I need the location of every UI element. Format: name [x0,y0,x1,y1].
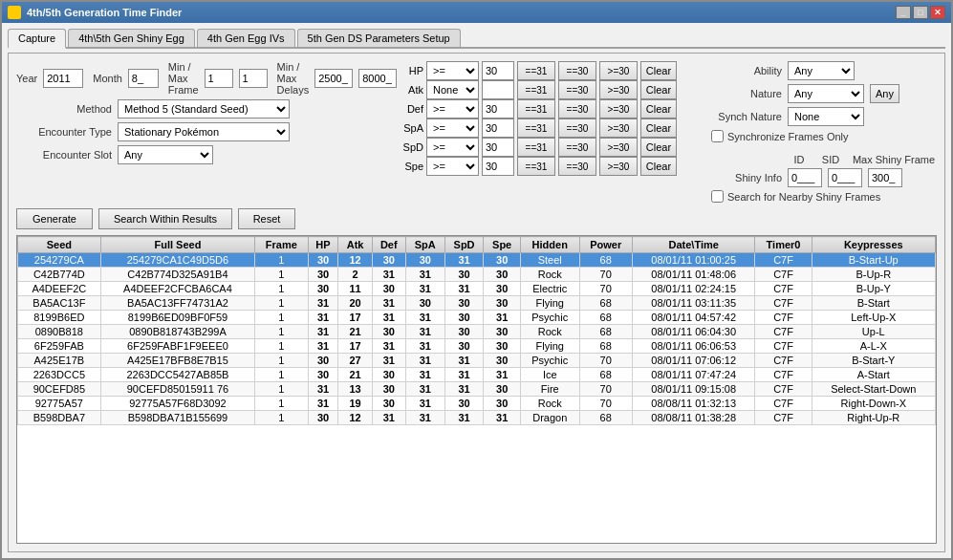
table-cell: 31 [444,411,484,425]
stat-eq-btn-spa[interactable]: ==31 [517,118,555,138]
method-select[interactable]: Method 5 (Standard Seed) [118,99,290,118]
stat-op-spe[interactable]: >= [426,157,479,176]
stat-eq-btn-spd[interactable]: ==31 [517,138,555,157]
table-row[interactable]: 90CEFD8590CEFD85015911 761311330313130Fi… [18,382,936,397]
encounter-slot-select[interactable]: Any [118,145,213,164]
stat-op-spa[interactable]: >= [426,118,479,138]
stat-val-def[interactable] [482,99,514,118]
tab-ds-params[interactable]: 5th Gen DS Parameters Setup [297,29,461,47]
table-row[interactable]: 6F259FAB6F259FABF1F9EEE01311731313030Fly… [18,339,936,354]
col-header-atk: Atk [338,237,372,253]
stat-val-hp[interactable] [482,61,514,80]
table-cell: Right-Down-X [812,397,935,411]
table-row[interactable]: B598DBA7B598DBA71B1556991301231313131Dra… [18,411,936,425]
stat-op-spd[interactable]: >= [426,138,479,157]
min-delay-input[interactable] [314,69,353,88]
stat-ge30-btn-spd[interactable]: ==30 [558,138,596,157]
synchronize-checkbox[interactable] [711,130,724,142]
table-row[interactable]: 0890B8180890B818743B299A1312130313030Roc… [18,325,936,339]
stat-ge30-btn-spe[interactable]: ==30 [558,157,596,176]
table-cell: Psychic [520,354,579,368]
table-row[interactable]: 254279CA254279CA1C49D5D61301230303130Ste… [18,253,936,268]
col-header-spd: SpD [444,237,484,253]
stat-ge30b-btn-spe[interactable]: >=30 [599,157,638,176]
table-cell: C42B774D [18,268,101,282]
table-row[interactable]: A425E17BA425E17BFB8E7B151302731313130Psy… [18,354,936,368]
search-nearby-checkbox[interactable] [711,190,724,203]
min-frame-input[interactable] [205,69,233,88]
table-cell: 70 [579,354,632,368]
generate-button[interactable]: Generate [16,208,93,229]
table-cell: 1 [255,339,308,354]
table-cell: 11 [338,282,372,296]
table-cell: 08/08/11 01:32:13 [632,397,755,411]
table-cell: 31 [444,253,484,268]
table-cell: C7F [755,253,812,268]
stat-ge30-btn-hp[interactable]: ==30 [558,61,596,80]
encounter-type-select[interactable]: Stationary Pokémon [118,122,290,141]
maximize-button[interactable]: □ [913,6,928,19]
stat-eq-btn-atk[interactable]: ==31 [517,80,555,99]
table-row[interactable]: 92775A5792775A57F68D30921311930313030Roc… [18,397,936,411]
id-input[interactable] [788,168,822,187]
max-frame-input[interactable] [239,69,268,88]
table-row[interactable]: 8199B6ED8199B6ED09BF0F591311731313031Psy… [18,311,936,325]
year-input[interactable] [43,69,83,88]
synch-nature-select[interactable]: None [788,107,864,126]
nature-any-button[interactable]: Any [870,84,899,103]
table-cell: 92775A57F68D3092 [100,397,255,411]
stat-ge30b-btn-hp[interactable]: >=30 [599,61,638,80]
stat-ge30-btn-atk[interactable]: ==30 [558,80,596,99]
tab-shiny-egg[interactable]: 4th\5th Gen Shiny Egg [68,29,195,47]
stat-clear-btn-hp[interactable]: Clear [640,61,677,80]
stat-op-hp[interactable]: >= [426,61,479,80]
max-shiny-input[interactable] [868,168,902,187]
stat-clear-btn-spa[interactable]: Clear [640,118,677,138]
table-row[interactable]: BA5AC13FBA5AC13FF74731A21312031303030Fly… [18,296,936,311]
stat-clear-btn-def[interactable]: Clear [640,99,677,118]
stat-val-spe[interactable] [482,157,514,176]
stat-ge30b-btn-atk[interactable]: >=30 [599,80,638,99]
month-input[interactable] [128,69,159,88]
stat-ge30b-btn-def[interactable]: >=30 [599,99,638,118]
ability-select[interactable]: Any [788,61,855,80]
tab-egg-ivs[interactable]: 4th Gen Egg IVs [197,29,295,47]
stat-op-atk[interactable]: None [426,80,479,99]
table-cell: 30 [444,325,484,339]
sid-input[interactable] [828,168,862,187]
table-cell: 31 [405,368,444,382]
nature-select[interactable]: Any [788,84,864,103]
stat-val-atk[interactable] [482,80,514,99]
stat-eq-btn-def[interactable]: ==31 [517,99,555,118]
max-delay-input[interactable] [358,69,397,88]
table-row[interactable]: C42B774DC42B774D325A91B4130231313030Rock… [18,268,936,282]
close-button[interactable]: ✕ [930,6,945,19]
table-cell: Left-Up-X [812,311,935,325]
stat-clear-btn-spe[interactable]: Clear [640,157,677,176]
table-row[interactable]: 2263DCC52263DCC5427AB85B1302130313131Ice… [18,368,936,382]
reset-button[interactable]: Reset [238,208,295,229]
stat-val-spa[interactable] [482,118,514,138]
stat-op-def[interactable]: >= [426,99,479,118]
synchronize-row: Synchronize Frames Only [711,130,937,142]
minimize-button[interactable]: _ [896,6,911,19]
stat-eq-btn-hp[interactable]: ==31 [517,61,555,80]
table-cell: 31 [308,382,338,397]
table-cell: C7F [755,368,812,382]
stat-eq-btn-spe[interactable]: ==31 [517,157,555,176]
table-cell: 30 [484,282,520,296]
stat-val-spd[interactable] [482,138,514,157]
table-cell: 31 [308,311,338,325]
stat-ge30b-btn-spa[interactable]: >=30 [599,118,638,138]
stat-ge30b-btn-spd[interactable]: >=30 [599,138,638,157]
stat-clear-btn-atk[interactable]: Clear [640,80,677,99]
table-cell: 08/01/11 02:24:15 [632,282,755,296]
stat-ge30-btn-spa[interactable]: ==30 [558,118,596,138]
stat-clear-btn-spd[interactable]: Clear [640,138,677,157]
tab-capture[interactable]: Capture [8,29,66,49]
table-row[interactable]: A4DEEF2CA4DEEF2CFCBA6CA41301130313130Ele… [18,282,936,296]
table-cell: 08/01/11 09:15:08 [632,382,755,397]
min-max-frame-label: Min / Max Frame [168,61,199,96]
stat-ge30-btn-def[interactable]: ==30 [558,99,596,118]
search-within-button[interactable]: Search Within Results [98,208,232,229]
